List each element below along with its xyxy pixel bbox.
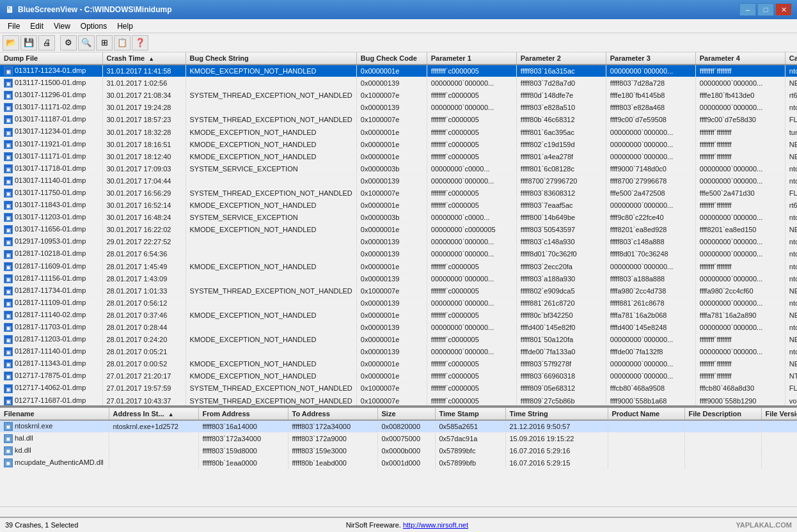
col-caused-by[interactable]: Caused By Driver (785, 52, 797, 65)
col-size[interactable]: Size (377, 408, 435, 420)
table-row[interactable]: ▣012817-11203-01.dmp28.01.2017 0:24:20KM… (0, 334, 797, 346)
menu-file[interactable]: File (3, 20, 25, 32)
col-bug-code[interactable]: Bug Check Code (356, 52, 427, 65)
col-timestamp[interactable]: Time Stamp (435, 408, 505, 420)
menu-bar: File Edit View Options Help (0, 19, 797, 33)
table-row[interactable]: ▣012817-10218-01.dmp28.01.2017 6:54:360x… (0, 248, 797, 260)
maximize-button[interactable]: □ (757, 3, 774, 16)
file-icon: ▣ (4, 237, 13, 246)
col-dump-file[interactable]: Dump File (0, 52, 102, 65)
toolbar-open[interactable]: 📂 (3, 35, 19, 51)
menu-view[interactable]: View (49, 20, 75, 32)
list-item[interactable]: ▣mcupdate_AuthenticAMD.dllfffff80b`1eaa0… (0, 457, 797, 469)
table-row[interactable]: ▣013017-11843-01.dmp30.01.2017 16:52:14K… (0, 199, 797, 212)
table-row[interactable]: ▣012717-17875-01.dmp27.01.2017 21:20:17K… (0, 370, 797, 382)
toolbar-clipboard[interactable]: 📋 (114, 35, 130, 51)
toolbar-print[interactable]: 🖨 (38, 35, 55, 51)
table-row[interactable]: ▣013017-11750-01.dmp30.01.2017 16:56:29S… (0, 187, 797, 199)
table-row[interactable]: ▣012817-11140-01.dmp28.01.2017 0:05:210x… (0, 346, 797, 358)
lower-header-row: Filename Address In St... ▲ From Address… (0, 408, 797, 420)
table-row[interactable]: ▣012717-11687-01.dmp27.01.2017 10:43:37S… (0, 395, 797, 405)
col-to-addr[interactable]: To Address (288, 408, 377, 420)
list-item[interactable]: ▣ntoskrnl.exentoskrnl.exe+1d2572fffff803… (0, 420, 797, 433)
toolbar-save[interactable]: 💾 (20, 35, 37, 51)
status-center: NirSoft Freeware. http://www.nirsoft.net (346, 521, 468, 529)
status-left: 39 Crashes, 1 Selected (5, 521, 78, 529)
lower-tbody: ▣ntoskrnl.exentoskrnl.exe+1d2572fffff803… (0, 420, 797, 469)
main-area: Dump File Crash Time ▲ Bug Check String … (0, 52, 797, 532)
col-address[interactable]: Address In St... ▲ (109, 408, 198, 420)
nirsoft-link[interactable]: http://www.nirsoft.net (403, 521, 468, 529)
table-row[interactable]: ▣013017-11203-01.dmp30.01.2017 16:48:24S… (0, 212, 797, 224)
toolbar-help[interactable]: ❓ (132, 35, 148, 51)
table-row[interactable]: ▣013017-11171-01.dmp30.01.2017 18:12:40K… (0, 150, 797, 162)
file-icon: ▣ (4, 164, 13, 173)
menu-edit[interactable]: Edit (25, 20, 49, 32)
file-icon: ▣ (4, 115, 13, 124)
app-icon: 🖥 (5, 4, 14, 15)
table-row[interactable]: ▣013017-11234-01.dmp30.01.2017 18:32:28K… (0, 126, 797, 138)
close-button[interactable]: ✕ (775, 3, 792, 16)
toolbar-settings[interactable]: ⚙ (60, 35, 77, 51)
table-row[interactable]: ▣013117-11234-01.dmp31.01.2017 11:41:58K… (0, 65, 797, 77)
col-param4[interactable]: Parameter 4 (695, 52, 785, 65)
list-item[interactable]: ▣hal.dllfffff803`172a34000fffff803`172a9… (0, 433, 797, 445)
menu-help[interactable]: Help (112, 20, 138, 32)
file-icon: ▣ (4, 434, 13, 443)
table-row[interactable]: ▣012817-11140-02.dmp28.01.2017 0:37:46KM… (0, 309, 797, 321)
col-filedesc[interactable]: File Description (684, 408, 761, 420)
list-item[interactable]: ▣kd.dllfffff803`159d8000fffff803`159e300… (0, 445, 797, 457)
table-row[interactable]: ▣013017-11140-01.dmp30.01.2017 17:04:440… (0, 175, 797, 187)
table-row[interactable]: ▣013117-11500-01.dmp31.01.2017 1:02:560x… (0, 77, 797, 90)
col-bug-string[interactable]: Bug Check String (185, 52, 356, 65)
col-param1[interactable]: Parameter 1 (427, 52, 516, 65)
file-icon: ▣ (4, 446, 13, 455)
lower-table-scroll[interactable]: Filename Address In St... ▲ From Address… (0, 408, 797, 506)
table-row[interactable]: ▣013017-11187-01.dmp30.01.2017 18:57:23S… (0, 114, 797, 126)
table-row[interactable]: ▣013017-11921-01.dmp30.01.2017 18:16:51K… (0, 138, 797, 150)
file-icon: ▣ (4, 140, 13, 149)
col-fileversion[interactable]: File Version (761, 408, 797, 420)
table-row[interactable]: ▣012917-10953-01.dmp29.01.2017 22:27:520… (0, 236, 797, 248)
col-param3[interactable]: Parameter 3 (606, 52, 695, 65)
file-icon: ▣ (4, 359, 13, 368)
file-icon: ▣ (4, 250, 13, 259)
col-crash-time[interactable]: Crash Time ▲ (102, 52, 185, 65)
table-row[interactable]: ▣012817-11703-01.dmp28.01.2017 0:28:440x… (0, 321, 797, 333)
h-scroll-area[interactable] (0, 506, 797, 517)
file-icon: ▣ (4, 335, 13, 344)
col-timestr[interactable]: Time String (505, 408, 608, 420)
table-row[interactable]: ▣012817-11734-01.dmp28.01.2017 1:01:33SY… (0, 285, 797, 297)
status-bar: 39 Crashes, 1 Selected NirSoft Freeware.… (0, 517, 797, 532)
file-icon: ▣ (4, 225, 13, 234)
toolbar: 📂 💾 🖨 ⚙ 🔍 ⊞ 📋 ❓ (0, 33, 797, 52)
table-row[interactable]: ▣012817-11609-01.dmp28.01.2017 1:45:49KM… (0, 260, 797, 272)
toolbar-view[interactable]: ⊞ (96, 35, 113, 51)
file-icon: ▣ (4, 323, 13, 332)
upper-table-scroll[interactable]: Dump File Crash Time ▲ Bug Check String … (0, 52, 797, 405)
upper-tbody: ▣013117-11234-01.dmp31.01.2017 11:41:58K… (0, 65, 797, 405)
file-icon: ▣ (4, 91, 13, 100)
col-from-addr[interactable]: From Address (198, 408, 288, 420)
upper-table: Dump File Crash Time ▲ Bug Check String … (0, 52, 797, 405)
table-row[interactable]: ▣013017-11296-01.dmp30.01.2017 21:08:34S… (0, 90, 797, 102)
lower-table-container: Filename Address In St... ▲ From Address… (0, 407, 797, 506)
table-row[interactable]: ▣012717-14062-01.dmp27.01.2017 19:57:59S… (0, 382, 797, 395)
col-param2[interactable]: Parameter 2 (516, 52, 606, 65)
minimize-button[interactable]: – (739, 3, 756, 16)
table-row[interactable]: ▣013017-11656-01.dmp30.01.2017 16:22:02K… (0, 224, 797, 236)
table-row[interactable]: ▣012817-11156-01.dmp28.01.2017 1:43:090x… (0, 272, 797, 285)
col-product[interactable]: Product Name (608, 408, 684, 420)
col-filename[interactable]: Filename (0, 408, 109, 420)
table-row[interactable]: ▣013017-11718-01.dmp30.01.2017 17:09:03S… (0, 162, 797, 175)
menu-options[interactable]: Options (75, 20, 112, 32)
table-row[interactable]: ▣012817-11109-01.dmp28.01.2017 0:56:120x… (0, 297, 797, 309)
file-icon: ▣ (4, 201, 13, 210)
toolbar-search[interactable]: 🔍 (78, 35, 95, 51)
file-icon: ▣ (4, 396, 13, 405)
file-icon: ▣ (4, 176, 13, 185)
table-row[interactable]: ▣013017-11171-02.dmp30.01.2017 19:24:280… (0, 102, 797, 114)
table-row[interactable]: ▣012817-11343-01.dmp28.01.2017 0:00:52KM… (0, 358, 797, 370)
file-icon: ▣ (4, 384, 13, 393)
file-icon: ▣ (4, 79, 13, 88)
